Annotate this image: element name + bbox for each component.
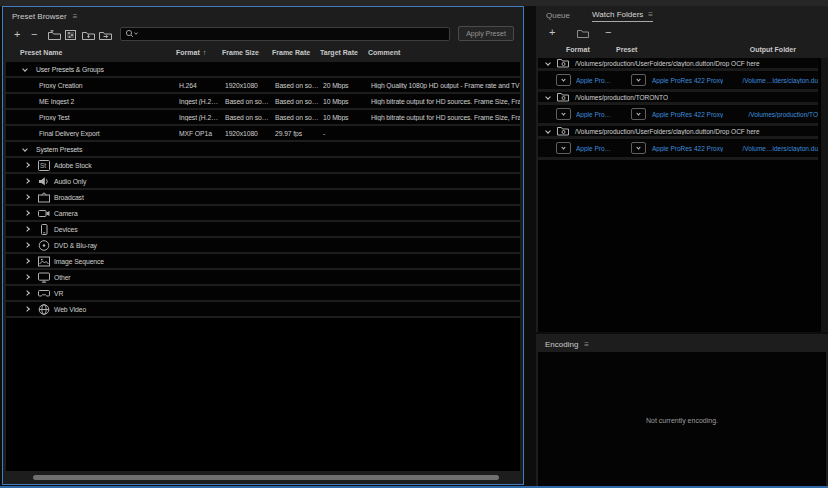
chevron-right-icon[interactable]	[24, 274, 30, 280]
col-preset-name[interactable]: Preset Name	[3, 49, 176, 56]
col-frame-rate[interactable]: Frame Rate	[272, 49, 320, 56]
tab-queue[interactable]: Queue	[546, 11, 570, 22]
preset-frame-size: 1920x1080	[225, 82, 275, 89]
col-output-folder[interactable]: Output Folder	[750, 46, 828, 53]
preset-row[interactable]: Proxy TestIngest (H.2…Based on so…Based …	[6, 110, 520, 126]
chevron-down-icon[interactable]	[22, 66, 28, 72]
format-value[interactable]: Apple Pro…	[576, 77, 622, 84]
preset-target-rate: -	[323, 130, 371, 137]
preset-row[interactable]: Proxy CreationH.2641920x1080Based on so……	[6, 78, 520, 94]
new-preset-group-button[interactable]	[48, 28, 65, 40]
delete-preset-button[interactable]: −	[31, 29, 48, 39]
preset-link[interactable]: Apple ProRes 422 Proxy	[652, 77, 723, 84]
chevron-right-icon[interactable]	[24, 178, 30, 184]
horizontal-scrollbar[interactable]	[33, 475, 499, 480]
preset-group-row[interactable]: User Presets & Groups	[6, 62, 520, 78]
folder-plus-icon	[48, 30, 65, 40]
browse-folder-button[interactable]	[577, 27, 594, 38]
col-comment[interactable]: Comment	[368, 49, 523, 56]
preset-category-row[interactable]: Web Video	[6, 302, 520, 318]
chevron-right-icon[interactable]	[24, 162, 30, 168]
preset-dropdown[interactable]	[631, 142, 646, 154]
format-dropdown[interactable]	[556, 108, 571, 120]
sort-up-icon: ↑	[203, 49, 207, 56]
chevron-down-icon[interactable]	[22, 146, 28, 152]
watch-folder-path: /Volumes/production/UserFolders/clayton.…	[575, 60, 760, 67]
chevron-down-icon	[636, 145, 640, 149]
chevron-down-icon[interactable]	[545, 94, 551, 100]
import-preset-button[interactable]	[82, 28, 99, 40]
format-value[interactable]: Apple Pro…	[576, 111, 622, 118]
preset-dropdown[interactable]	[631, 74, 646, 86]
watch-folders-panel: Queue Watch Folders ≡ + − Format Preset …	[536, 6, 828, 332]
chevron-right-icon[interactable]	[24, 242, 30, 248]
chevron-right-icon[interactable]	[24, 290, 30, 296]
format-value[interactable]: Apple Pro…	[576, 145, 622, 152]
watch-folder-row[interactable]: /Volumes/production/UserFolders/clayton.…	[538, 126, 818, 139]
preset-settings-button[interactable]	[65, 28, 82, 40]
category-label: Image Sequence	[54, 258, 104, 265]
chevron-right-icon[interactable]	[24, 210, 30, 216]
preset-link[interactable]: Apple ProRes 422 Proxy	[652, 145, 723, 152]
preset-group-row[interactable]: System Presets	[6, 142, 520, 158]
preset-comment: High bitrate output for HD sources. Fram…	[371, 114, 520, 121]
chevron-down-icon[interactable]	[545, 60, 551, 66]
panel-menu-icon[interactable]: ≡	[584, 340, 589, 349]
col-target-rate[interactable]: Target Rate	[320, 49, 368, 56]
tab-watch-folders[interactable]: Watch Folders ≡	[592, 10, 653, 22]
watch-folder-row[interactable]: /Volumes/production/TORONTO	[538, 92, 818, 105]
encoding-status-text: Not currently encoding.	[646, 417, 718, 424]
chevron-right-icon[interactable]	[24, 306, 30, 312]
preset-category-row[interactable]: VR	[6, 286, 520, 302]
col-format[interactable]: Format ↑	[176, 49, 222, 56]
chevron-right-icon[interactable]	[24, 226, 30, 232]
watch-folder-row[interactable]: /Volumes/production/UserFolders/clayton.…	[538, 58, 818, 71]
chevron-right-icon[interactable]	[24, 194, 30, 200]
preset-dropdown[interactable]	[631, 108, 646, 120]
preset-category-row[interactable]: DVD & Blu-ray	[6, 238, 520, 254]
preset-category-row[interactable]: Other	[6, 270, 520, 286]
search-input[interactable]	[139, 30, 431, 37]
preset-frame-size: Based on so…	[225, 114, 275, 121]
preset-comment: High bitrate output for HD sources. Fram…	[371, 98, 520, 105]
preset-row[interactable]: ME Ingest 2Ingest (H.2…Based on so…Based…	[6, 94, 520, 110]
preset-browser-toolbar: + − Apply Preset	[3, 22, 523, 45]
col-format[interactable]: Format	[536, 46, 616, 53]
col-preset[interactable]: Preset	[616, 46, 750, 53]
add-watch-folder-button[interactable]: +	[549, 27, 566, 37]
vertical-scrollbar-track[interactable]	[820, 58, 828, 332]
chevron-right-icon[interactable]	[24, 258, 30, 264]
apply-preset-button[interactable]: Apply Preset	[458, 26, 514, 41]
preset-link[interactable]: Apple ProRes 422 Proxy	[652, 111, 723, 118]
preset-name: ME Ingest 2	[6, 98, 179, 105]
camera-icon	[38, 208, 51, 219]
preset-category-row[interactable]: Broadcast	[6, 190, 520, 206]
chevron-down-icon[interactable]	[545, 128, 551, 134]
remove-watch-folder-button[interactable]: −	[605, 27, 622, 37]
preset-frame-rate: Based on so…	[275, 82, 323, 89]
col-frame-size[interactable]: Frame Size	[222, 49, 272, 56]
new-preset-button[interactable]: +	[14, 29, 31, 39]
preset-target-rate: 20 Mbps	[323, 82, 371, 89]
output-folder-link[interactable]: /Volumes/production/TO	[748, 111, 818, 118]
watch-folders-list: /Volumes/production/UserFolders/clayton.…	[538, 58, 826, 332]
chevron-down-icon	[561, 77, 565, 81]
export-preset-button[interactable]	[99, 28, 116, 40]
preset-search-field[interactable]	[120, 27, 450, 41]
preset-category-row[interactable]: StAdobe Stock	[6, 158, 520, 174]
panel-menu-icon[interactable]: ≡	[648, 10, 653, 19]
preset-category-row[interactable]: Audio Only	[6, 174, 520, 190]
output-folder-link[interactable]: /Volume…lders/clayton.du	[742, 145, 818, 152]
format-dropdown[interactable]	[556, 142, 571, 154]
minus-icon: −	[31, 28, 37, 40]
panel-menu-icon[interactable]: ≡	[73, 12, 78, 21]
preset-row[interactable]: Final Delivery ExportMXF OP1a1920x108029…	[6, 126, 520, 142]
preset-category-row[interactable]: Camera	[6, 206, 520, 222]
preset-category-row[interactable]: Devices	[6, 222, 520, 238]
output-folder-link[interactable]: /Volume…lders/clayton.du	[742, 77, 818, 84]
preset-category-row[interactable]: Image Sequence	[6, 254, 520, 270]
preset-frame-rate: Based on so…	[275, 98, 323, 105]
format-dropdown[interactable]	[556, 74, 571, 86]
preset-format: Ingest (H.2…	[179, 114, 225, 121]
image-icon	[38, 256, 51, 267]
